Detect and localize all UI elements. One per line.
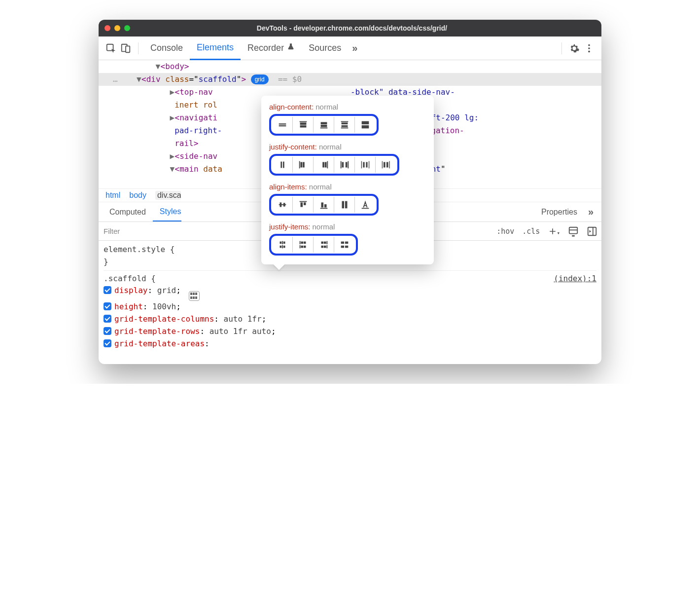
tab-sources[interactable]: Sources	[302, 37, 348, 60]
ac-center-button[interactable]	[272, 117, 293, 133]
svg-rect-51	[362, 208, 369, 209]
ac-end-button[interactable]	[314, 117, 334, 133]
svg-rect-65	[326, 245, 327, 248]
property-checkbox[interactable]	[104, 286, 111, 294]
settings-gear-icon[interactable]	[567, 41, 582, 56]
tab-console[interactable]: Console	[143, 37, 190, 60]
rule-source-link[interactable]: (index):1	[554, 273, 596, 285]
property-checkbox[interactable]	[104, 302, 111, 310]
scaffold-rule-block[interactable]: (index):1 .scaffold { display: grid; hei…	[104, 273, 596, 352]
css-property-row[interactable]: grid-template-columns: auto 1fr;	[104, 313, 596, 326]
jc-center-button[interactable]	[272, 157, 293, 173]
property-value[interactable]: auto 1fr auto	[210, 327, 271, 336]
property-value[interactable]: auto 1fr	[224, 314, 262, 324]
hov-button[interactable]: :hov	[492, 227, 518, 236]
dom-row-selected[interactable]: … ▼<div class="scaffold"> grid == $0	[99, 73, 601, 86]
popover-button-row	[269, 194, 379, 216]
svg-rect-71	[345, 242, 348, 244]
svg-rect-62	[301, 246, 303, 248]
ai-stretch-button[interactable]	[334, 197, 355, 213]
ji-start-button[interactable]	[293, 237, 314, 253]
svg-rect-7	[279, 125, 286, 126]
popover-label: justify-items: normal	[269, 222, 426, 231]
ac-start-button[interactable]	[293, 117, 314, 133]
maximize-window-button[interactable]	[124, 25, 130, 31]
svg-rect-44	[300, 202, 303, 207]
new-style-rule-button[interactable]: ▾	[544, 226, 564, 236]
device-toggle-icon[interactable]	[118, 41, 133, 56]
breadcrumb-current[interactable]: div.scaffold	[155, 191, 181, 200]
computed-styles-toggle-icon[interactable]	[564, 226, 583, 237]
css-property-row[interactable]: display: grid;	[104, 285, 596, 301]
property-name[interactable]: display	[114, 286, 147, 295]
tab-elements[interactable]: Elements	[190, 37, 241, 60]
ai-end-button[interactable]	[314, 197, 334, 213]
svg-rect-23	[300, 162, 302, 168]
jc-around-button[interactable]	[355, 157, 376, 173]
dom-row-body[interactable]: ▼<body>	[99, 60, 601, 73]
property-name[interactable]: grid-template-columns	[114, 314, 214, 324]
ac-stretch-button[interactable]	[355, 117, 376, 133]
grid-badge[interactable]: grid	[251, 74, 269, 84]
jc-evenly-button[interactable]	[376, 157, 396, 173]
svg-rect-56	[280, 246, 281, 248]
kebab-menu-icon[interactable]	[582, 41, 596, 56]
svg-rect-9	[300, 122, 306, 125]
tab-properties[interactable]: Properties	[541, 202, 584, 221]
ai-start-button[interactable]	[293, 197, 314, 213]
close-window-button[interactable]	[105, 25, 110, 31]
flexbox-grid-editor-popover: align-content: normaljustify-content: no…	[261, 96, 434, 264]
sidebar-collapse-icon[interactable]	[583, 226, 601, 237]
cls-button[interactable]: .cls	[518, 227, 544, 236]
open-grid-editor-icon[interactable]	[189, 291, 200, 301]
svg-rect-24	[303, 162, 305, 168]
svg-rect-25	[322, 162, 324, 168]
jc-between-button[interactable]	[334, 157, 355, 173]
ji-end-button[interactable]	[314, 237, 334, 253]
svg-rect-49	[342, 201, 344, 209]
ji-center-button[interactable]	[272, 237, 293, 253]
ac-between-button[interactable]	[334, 117, 355, 133]
jc-start-button[interactable]	[293, 157, 314, 173]
ji-stretch-button[interactable]	[334, 237, 355, 253]
popover-label: justify-content: normal	[269, 143, 426, 151]
css-property-row[interactable]: grid-template-rows: auto 1fr auto;	[104, 326, 596, 338]
css-property-row[interactable]: height: 100vh;	[104, 301, 596, 313]
property-checkbox[interactable]	[104, 315, 111, 323]
popover-button-row	[269, 154, 399, 176]
svg-rect-52	[282, 241, 283, 244]
svg-rect-45	[303, 202, 306, 205]
inspect-element-icon[interactable]	[104, 41, 118, 56]
breadcrumb-html[interactable]: html	[105, 191, 120, 200]
breadcrumb-body[interactable]: body	[129, 191, 146, 200]
property-value[interactable]: grid	[157, 286, 176, 295]
popover-button-row	[269, 234, 358, 256]
svg-rect-74	[569, 227, 578, 233]
svg-rect-55	[283, 242, 285, 244]
property-checkbox[interactable]	[104, 339, 111, 347]
jc-end-button[interactable]	[314, 157, 334, 173]
svg-rect-8	[299, 121, 307, 122]
tab-styles[interactable]: Styles	[153, 202, 181, 221]
svg-rect-48	[320, 208, 327, 209]
tab-recorder[interactable]: Recorder	[241, 37, 302, 60]
property-name[interactable]: height	[114, 302, 143, 311]
css-property-row[interactable]: grid-template-areas:	[104, 338, 596, 350]
svg-rect-73	[345, 246, 348, 248]
property-checkbox[interactable]	[104, 327, 111, 335]
tab-computed[interactable]: Computed	[103, 202, 153, 221]
ai-baseline-button[interactable]	[355, 197, 376, 213]
minimize-window-button[interactable]	[114, 25, 120, 31]
property-value[interactable]: 100vh	[152, 302, 176, 311]
svg-rect-27	[327, 161, 328, 169]
styles-filter-input[interactable]: Filter	[99, 227, 227, 235]
svg-rect-26	[324, 162, 326, 168]
svg-rect-35	[368, 161, 369, 169]
more-tabs-icon[interactable]: »	[348, 42, 361, 54]
property-name[interactable]: grid-template-rows	[114, 327, 200, 336]
ai-center-button[interactable]	[272, 197, 293, 213]
more-styles-tabs-icon[interactable]: »	[584, 206, 597, 218]
svg-rect-22	[299, 161, 300, 169]
tab-recorder-label: Recorder	[247, 43, 284, 53]
property-name[interactable]: grid-template-areas	[114, 339, 205, 348]
